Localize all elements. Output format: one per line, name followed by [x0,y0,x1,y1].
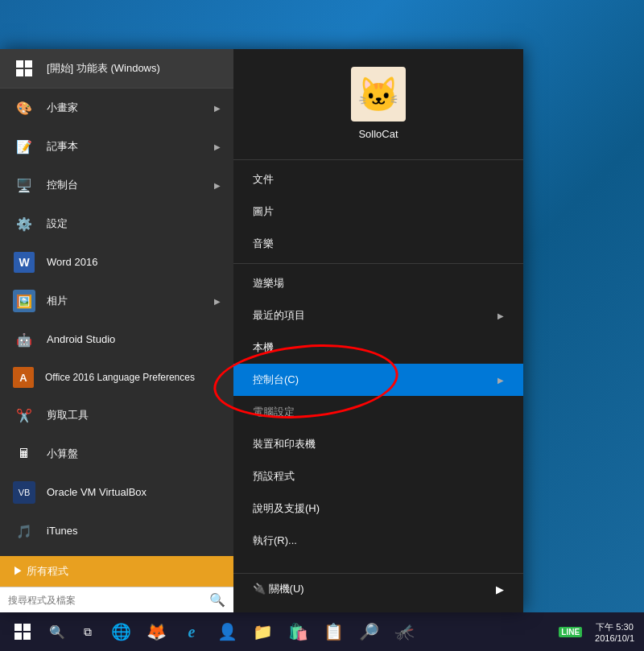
office-lang-icon: A [13,367,34,388]
ie-icon: e [188,623,196,641]
start-item-itunes[interactable]: 🎵 iTunes [0,512,233,550]
photos-arrow: ▶ [214,297,221,306]
start-item-scissors[interactable]: ✂️ 剪取工具 [0,396,233,435]
shutdown-arrow: ▶ [496,583,504,595]
shutdown-label: 🔌 關機(U) [253,582,304,596]
security-icon: 🦟 [394,622,415,641]
right-item-documents[interactable]: 文件 [233,163,523,196]
right-item-computer[interactable]: 本機 [233,332,523,364]
start-item-office-lang[interactable]: A Office 2016 Language Preferences [0,359,233,396]
start-item-word[interactable]: W Word 2016 [0,243,233,282]
control-icon: 🖥️ [13,174,35,196]
chrome-icon: 🌐 [111,622,131,641]
user-avatar: 🐱 [351,67,406,122]
notepad-label: 記事本 [47,140,203,153]
start-item-paint[interactable]: 🎨 小畫家 ▶ [0,89,233,127]
start-item-calc[interactable]: 🖩 小算盤 [0,435,233,473]
start-menu-items-list: 🎨 小畫家 ▶ 📝 記事本 ▶ 🖥️ 控制台 ▶ [0,89,233,556]
settings-label: 設定 [47,217,221,230]
start-item-settings[interactable]: ⚙️ 設定 [0,204,233,243]
virtualbox-label: Oracle VM VirtualBox [47,486,221,499]
start-item-android[interactable]: 🤖 Android Studio [0,320,233,359]
taskbar-app-misc1[interactable]: 📋 [316,612,351,651]
taskbar-clock[interactable]: 下午 5:30 2016/10/1 [588,621,641,643]
start-menu-left-panel: [開始] 功能表 (Windows) 🎨 小畫家 ▶ 📝 記事本 ▶ 🖥️ [0,49,233,612]
virtualbox-icon: VB [13,481,35,504]
start-menu: [開始] 功能表 (Windows) 🎨 小畫家 ▶ 📝 記事本 ▶ 🖥️ [0,49,523,612]
music-label: 音樂 [253,237,274,251]
right-item-run[interactable]: 執行(R)... [233,525,523,557]
right-item-games[interactable]: 遊樂場 [233,267,523,299]
user-name: SolloCat [358,128,398,140]
taskbar-start-button[interactable] [3,612,42,651]
right-item-devices[interactable]: 裝置和印表機 [233,428,523,460]
devices-label: 裝置和印表機 [253,437,316,451]
taskbar-app-folder[interactable]: 📁 [245,612,280,651]
line-icon: LINE [559,627,582,637]
shutdown-button[interactable]: 🔌 關機(U) ▶ [233,573,523,604]
photos-icon: 🖼️ [13,290,35,312]
start-item-control[interactable]: 🖥️ 控制台 ▶ [0,166,233,204]
taskbar-task-view-button[interactable]: ⧉ [72,612,103,651]
start-item-virtualbox[interactable]: VB Oracle VM VirtualBox [0,473,233,512]
taskbar-app-security[interactable]: 🦟 [386,612,422,651]
clock-date: 2016/10/1 [595,633,634,643]
notepad-icon: 📝 [13,135,35,158]
taskbar-app-chrome[interactable]: 🌐 [103,612,138,651]
task-view-icon: ⧉ [84,625,92,639]
taskbar-search-button[interactable]: 🔍 [42,612,72,651]
taskbar-app-store[interactable]: 🛍️ [280,612,316,651]
start-menu-right-panel: 🐱 SolloCat 文件 圖片 音樂 遊樂場 最 [233,49,523,612]
right-item-pc-settings[interactable]: 電腦設定 [233,396,523,428]
games-label: 遊樂場 [253,276,284,290]
scissors-label: 剪取工具 [47,409,221,422]
start-search-icon: 🔍 [209,592,225,608]
right-item-pictures[interactable]: 圖片 [233,196,523,228]
right-item-default-programs[interactable]: 預設程式 [233,460,523,492]
control-arrow: ▶ [214,181,221,190]
all-programs-button[interactable]: ▶ 所有程式 [0,556,233,587]
start-menu-header-item[interactable]: [開始] 功能表 (Windows) [0,49,233,89]
computer-label: 本機 [253,340,274,355]
taskbar-app-search2[interactable]: 🔎 [351,612,386,651]
start-header-label: [開始] 功能表 (Windows) [47,62,221,75]
pictures-label: 圖片 [253,204,274,219]
recent-arrow: ▶ [497,311,504,320]
run-label: 執行(R)... [253,534,297,548]
help-label: 說明及支援(H) [253,501,320,516]
taskbar-app-ie[interactable]: e [174,612,209,651]
settings-icon: ⚙️ [13,212,35,235]
pc-settings-label: 電腦設定 [253,405,295,419]
photos-label: 相片 [47,295,203,307]
clock-time: 下午 5:30 [596,621,633,633]
itunes-icon: 🎵 [13,520,35,542]
android-icon: 🤖 [13,328,35,351]
right-item-recent[interactable]: 最近的項目 ▶ [233,299,523,332]
control-label: 控制台 [47,179,203,192]
right-item-help[interactable]: 說明及支援(H) [233,492,523,525]
control-panel-arrow: ▶ [497,376,504,385]
recent-label: 最近的項目 [253,308,305,323]
taskbar-search-icon: 🔍 [49,624,65,640]
right-item-music[interactable]: 音樂 [233,228,523,260]
word-icon: W [13,251,35,274]
itunes-label: iTunes [47,525,221,538]
documents-label: 文件 [253,172,274,187]
taskbar-app-firefox[interactable]: 🦊 [138,612,174,651]
taskbar-photos-icon: 👤 [217,622,237,641]
taskbar-app-photos[interactable]: 👤 [209,612,245,651]
start-search-input[interactable] [8,595,204,606]
folder-icon: 📁 [253,622,273,641]
start-windows-icon [13,57,35,80]
start-item-notepad[interactable]: 📝 記事本 ▶ [0,127,233,166]
paint-icon: 🎨 [13,97,35,119]
notepad-arrow: ▶ [214,142,221,151]
right-item-control-panel[interactable]: 控制台(C) ▶ [233,364,523,396]
taskbar: 🔍 ⧉ 🌐 🦊 e 👤 📁 🛍️ [0,612,644,651]
firefox-icon: 🦊 [147,622,167,641]
scissors-icon: ✂️ [13,404,35,426]
start-search-bar: 🔍 [0,587,233,612]
default-programs-label: 預設程式 [253,469,295,484]
start-item-photos[interactable]: 🖼️ 相片 ▶ [0,282,233,320]
calc-label: 小算盤 [47,447,221,460]
